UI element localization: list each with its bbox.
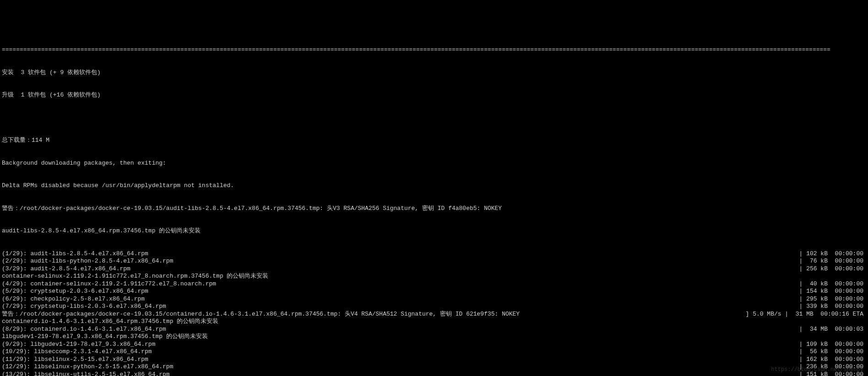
download-row-package: container-selinux-2.119.2-1.911c772.el7_… bbox=[2, 273, 866, 280]
delta-rpm: Delta RPMs disabled because /usr/bin/app… bbox=[2, 182, 866, 190]
download-row-package: (12/29): libselinux-python-2.5-15.el7.x8… bbox=[2, 363, 799, 371]
download-row-package: containerd.io-1.4.6-3.1.el7.x86_64.rpm.3… bbox=[2, 318, 866, 326]
download-row-package: (5/29): cryptsetup-2.0.3-6.el7.x86_64.rp… bbox=[2, 288, 799, 295]
total-download: 总下载量：114 M bbox=[2, 137, 866, 145]
download-row-stats: | 154 kB 00:00:00 bbox=[799, 288, 866, 295]
download-row: (5/29): cryptsetup-2.0.3-6.el7.x86_64.rp… bbox=[2, 288, 866, 295]
download-row-stats: | 40 kB 00:00:00 bbox=[799, 280, 866, 288]
download-row: (2/29): audit-libs-python-2.8.5-4.el7.x8… bbox=[2, 258, 866, 265]
download-row-stats: | 109 kB 00:00:00 bbox=[799, 341, 866, 349]
download-row: (3/29): audit-2.8.5-4.el7.x86_64.rpm| 25… bbox=[2, 265, 866, 273]
download-row: (10/29): libseccomp-2.3.1-4.el7.x86_64.r… bbox=[2, 348, 866, 356]
install-summary-line: 安装 3 软件包 (+ 9 依赖软件包) bbox=[2, 69, 866, 77]
download-row: (9/29): libgudev1-219-78.el7_9.3.x86_64.… bbox=[2, 341, 866, 349]
download-row-package: (2/29): audit-libs-python-2.8.5-4.el7.x8… bbox=[2, 258, 799, 265]
download-row-package: (13/29): libselinux-utils-2.5-15.el7.x86… bbox=[2, 371, 799, 376]
download-row-stats: ] 5.0 MB/s | 31 MB 00:00:16 ETA bbox=[746, 311, 866, 318]
download-row-stats: | 102 kB 00:00:00 bbox=[799, 250, 866, 258]
download-row-package: libgudev1-219-78.el7_9.3.x86_64.rpm.3745… bbox=[2, 333, 866, 341]
download-row-package: 警告：/root/docker-packages/docker-ce-19.03… bbox=[2, 311, 746, 318]
download-row-stats: | 76 kB 00:00:00 bbox=[799, 258, 866, 265]
download-row-stats: | 151 kB 00:00:00 bbox=[799, 371, 866, 376]
download-row: (4/29): container-selinux-2.119.2-1.911c… bbox=[2, 280, 866, 288]
bg-download: Background downloading packages, then ex… bbox=[2, 160, 866, 167]
download-row: containerd.io-1.4.6-3.1.el7.x86_64.rpm.3… bbox=[2, 318, 866, 326]
download-row: libgudev1-219-78.el7_9.3.x86_64.rpm.3745… bbox=[2, 333, 866, 341]
bg-download-line: Background downloading packages, then ex… bbox=[2, 160, 866, 167]
download-row-package: (4/29): container-selinux-2.119.2-1.911c… bbox=[2, 280, 799, 288]
download-row-stats: | 56 kB 00:00:00 bbox=[799, 348, 866, 356]
download-row-stats: | 236 kB 00:00:00 bbox=[799, 363, 866, 371]
install-summary: 安装 3 软件包 (+ 9 依赖软件包) bbox=[2, 69, 866, 77]
pubkey-line: audit-libs-2.8.5-4.el7.x86_64.rpm.37456.… bbox=[2, 227, 866, 235]
blank-line bbox=[2, 114, 866, 122]
download-row-stats: | 34 MB 00:00:03 bbox=[799, 326, 866, 333]
download-row-stats: | 339 kB 00:00:00 bbox=[799, 303, 866, 311]
download-row: (8/29): containerd.io-1.4.6-3.1.el7.x86_… bbox=[2, 326, 866, 333]
download-row-package: (3/29): audit-2.8.5-4.el7.x86_64.rpm bbox=[2, 265, 799, 273]
upgrade-summary: 升级 1 软件包 (+16 依赖软件包) bbox=[2, 91, 866, 99]
warning-line: 警告：/root/docker-packages/docker-ce-19.03… bbox=[2, 205, 866, 213]
download-row-package: (8/29): containerd.io-1.4.6-3.1.el7.x86_… bbox=[2, 326, 799, 333]
download-row-package: (7/29): cryptsetup-libs-2.0.3-6.el7.x86_… bbox=[2, 303, 799, 311]
download-row-package: (1/29): audit-libs-2.8.5-4.el7.x86_64.rp… bbox=[2, 250, 799, 258]
download-row: (13/29): libselinux-utils-2.5-15.el7.x86… bbox=[2, 371, 866, 376]
download-row-package: (10/29): libseccomp-2.3.1-4.el7.x86_64.r… bbox=[2, 348, 799, 356]
divider-line: ========================================… bbox=[2, 46, 866, 54]
download-row-package: (6/29): checkpolicy-2.5-8.el7.x86_64.rpm bbox=[2, 295, 799, 303]
pubkey-text: audit-libs-2.8.5-4.el7.x86_64.rpm.37456.… bbox=[2, 227, 866, 235]
download-row-package: (9/29): libgudev1-219-78.el7_9.3.x86_64.… bbox=[2, 341, 799, 349]
download-row: (11/29): libselinux-2.5-15.el7.x86_64.rp… bbox=[2, 356, 866, 364]
warning-text: 警告：/root/docker-packages/docker-ce-19.03… bbox=[2, 205, 866, 213]
download-row: (7/29): cryptsetup-libs-2.0.3-6.el7.x86_… bbox=[2, 303, 866, 311]
download-row-package: (11/29): libselinux-2.5-15.el7.x86_64.rp… bbox=[2, 356, 799, 364]
download-row-stats: | 256 kB 00:00:00 bbox=[799, 265, 866, 273]
terminal-output[interactable]: ========================================… bbox=[0, 30, 868, 376]
download-row: (1/29): audit-libs-2.8.5-4.el7.x86_64.rp… bbox=[2, 250, 866, 258]
download-row-stats: | 162 kB 00:00:00 bbox=[799, 356, 866, 364]
delta-rpm-line: Delta RPMs disabled because /usr/bin/app… bbox=[2, 182, 866, 190]
download-row: 警告：/root/docker-packages/docker-ce-19.03… bbox=[2, 311, 866, 318]
download-row: (12/29): libselinux-python-2.5-15.el7.x8… bbox=[2, 363, 866, 371]
download-row: container-selinux-2.119.2-1.911c772.el7_… bbox=[2, 273, 866, 280]
total-download-line: 总下载量：114 M bbox=[2, 137, 866, 145]
upgrade-summary-line: 升级 1 软件包 (+16 依赖软件包) bbox=[2, 91, 866, 99]
download-row-stats: | 295 kB 00:00:00 bbox=[799, 295, 866, 303]
download-row: (6/29): checkpolicy-2.5-8.el7.x86_64.rpm… bbox=[2, 295, 866, 303]
